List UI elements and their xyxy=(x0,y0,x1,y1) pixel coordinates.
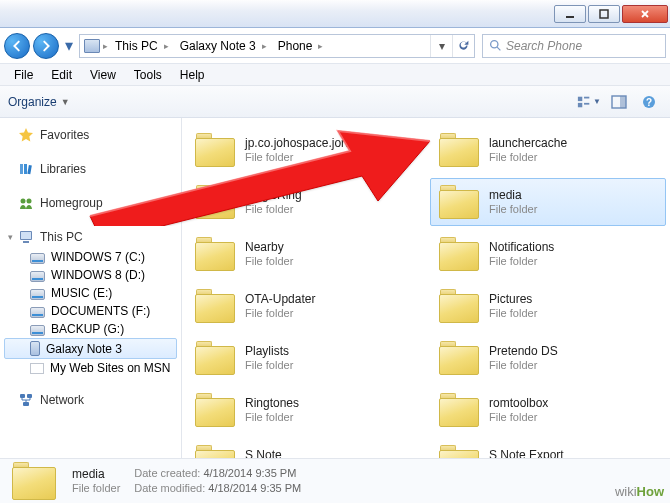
folder-icon xyxy=(437,183,481,221)
sidebar-drive-item[interactable]: My Web Sites on MSN xyxy=(4,359,177,377)
svg-rect-1 xyxy=(600,10,608,18)
menu-help[interactable]: Help xyxy=(172,66,213,84)
folder-tile[interactable]: NearbyFile folder xyxy=(186,230,422,278)
sidebar-drive-item[interactable]: MUSIC (E:) xyxy=(4,284,177,302)
expand-icon[interactable]: ▾ xyxy=(8,232,13,242)
sidebar-libraries[interactable]: Libraries xyxy=(4,158,177,180)
folder-icon xyxy=(193,131,237,169)
folder-tile[interactable]: MagicRingFile folder xyxy=(186,178,422,226)
navigation-bar: ▾ ▸ This PC▸ Galaxy Note 3▸ Phone▸ ▾ Sea… xyxy=(0,28,670,64)
folder-tile[interactable]: PicturesFile folder xyxy=(430,282,666,330)
breadcrumb-label: This PC xyxy=(115,39,158,53)
drive-label: Galaxy Note 3 xyxy=(46,342,122,356)
drive-icon xyxy=(30,271,45,282)
folder-tile[interactable]: RingtonesFile folder xyxy=(186,386,422,434)
svg-rect-3 xyxy=(578,96,582,100)
sidebar-drive-item[interactable]: Galaxy Note 3 xyxy=(4,338,177,359)
folder-tile[interactable]: PlaylistsFile folder xyxy=(186,334,422,382)
folder-tile[interactable]: launchercacheFile folder xyxy=(430,126,666,174)
sidebar-drive-item[interactable]: BACKUP (G:) xyxy=(4,320,177,338)
breadcrumb[interactable]: Phone▸ xyxy=(274,35,330,57)
drive-label: My Web Sites on MSN xyxy=(50,361,170,375)
folder-name: MagicRing xyxy=(245,188,302,203)
folder-tile[interactable]: S NoteFile folder xyxy=(186,438,422,458)
menu-file[interactable]: File xyxy=(6,66,41,84)
breadcrumb-label: Phone xyxy=(278,39,313,53)
close-button[interactable] xyxy=(622,5,668,23)
folder-name: Pretendo DS xyxy=(489,344,558,359)
search-icon xyxy=(489,39,502,52)
folder-tile[interactable]: romtoolboxFile folder xyxy=(430,386,666,434)
folder-tile[interactable]: OTA-UpdaterFile folder xyxy=(186,282,422,330)
sidebar-network[interactable]: Network xyxy=(4,389,177,411)
sidebar-drive-item[interactable]: WINDOWS 8 (D:) xyxy=(4,266,177,284)
view-options-button[interactable]: ▼ xyxy=(576,91,602,113)
maximize-button[interactable] xyxy=(588,5,620,23)
sidebar-drive-item[interactable]: WINDOWS 7 (C:) xyxy=(4,248,177,266)
folder-icon xyxy=(437,339,481,377)
svg-rect-11 xyxy=(20,164,23,174)
svg-rect-5 xyxy=(578,102,582,106)
chevron-right-icon: ▸ xyxy=(101,41,110,51)
folder-type: File folder xyxy=(489,411,548,425)
folder-type: File folder xyxy=(245,203,302,217)
svg-rect-17 xyxy=(21,232,31,239)
menu-view[interactable]: View xyxy=(82,66,124,84)
organize-button[interactable]: Organize ▼ xyxy=(8,95,70,109)
sidebar-label: Favorites xyxy=(40,128,89,142)
back-button[interactable] xyxy=(4,33,30,59)
folder-icon xyxy=(437,131,481,169)
address-dropdown[interactable]: ▾ xyxy=(430,35,452,57)
folder-tile[interactable]: mediaFile folder xyxy=(430,178,666,226)
homegroup-icon xyxy=(18,195,34,211)
drive-label: DOCUMENTS (F:) xyxy=(51,304,150,318)
refresh-button[interactable] xyxy=(452,35,474,57)
folder-contents: jp.co.johospace.jorteFile folderlauncher… xyxy=(182,118,670,458)
folder-tile[interactable]: NotificationsFile folder xyxy=(430,230,666,278)
search-placeholder: Search Phone xyxy=(506,39,582,53)
svg-rect-12 xyxy=(24,164,27,174)
folder-type: File folder xyxy=(489,151,567,165)
svg-text:?: ? xyxy=(646,97,652,108)
drive-label: WINDOWS 7 (C:) xyxy=(51,250,145,264)
breadcrumb[interactable]: This PC▸ xyxy=(111,35,175,57)
folder-icon xyxy=(193,287,237,325)
folder-type: File folder xyxy=(245,359,293,373)
details-type: File folder xyxy=(72,482,120,496)
help-button[interactable]: ? xyxy=(636,91,662,113)
details-modified-label: Date modified: xyxy=(134,482,205,494)
folder-tile[interactable]: S Note ExportFile folder xyxy=(430,438,666,458)
breadcrumb[interactable]: Galaxy Note 3▸ xyxy=(176,35,273,57)
folder-name: romtoolbox xyxy=(489,396,548,411)
forward-button[interactable] xyxy=(33,33,59,59)
sidebar-thispc[interactable]: ▾This PC xyxy=(4,226,177,248)
computer-icon xyxy=(18,229,34,245)
network-icon xyxy=(18,392,34,408)
drive-icon xyxy=(30,325,45,336)
folder-tile[interactable]: Pretendo DSFile folder xyxy=(430,334,666,382)
sidebar-favorites[interactable]: Favorites xyxy=(4,124,177,146)
svg-rect-20 xyxy=(27,394,32,398)
sidebar-drive-item[interactable]: DOCUMENTS (F:) xyxy=(4,302,177,320)
folder-name: jp.co.johospace.jorte xyxy=(245,136,355,151)
svg-rect-0 xyxy=(566,16,574,18)
folder-tile[interactable]: jp.co.johospace.jorteFile folder xyxy=(186,126,422,174)
search-input[interactable]: Search Phone xyxy=(482,34,666,58)
svg-rect-19 xyxy=(20,394,25,398)
minimize-button[interactable] xyxy=(554,5,586,23)
history-dropdown[interactable]: ▾ xyxy=(62,33,76,59)
folder-icon xyxy=(30,363,44,374)
details-created: 4/18/2014 9:35 PM xyxy=(203,467,296,479)
folder-name: Playlists xyxy=(245,344,293,359)
organize-label: Organize xyxy=(8,95,57,109)
folder-icon xyxy=(193,183,237,221)
folder-type: File folder xyxy=(489,255,554,269)
folder-name: Ringtones xyxy=(245,396,299,411)
address-bar[interactable]: ▸ This PC▸ Galaxy Note 3▸ Phone▸ ▾ xyxy=(79,34,475,58)
folder-icon xyxy=(10,460,58,502)
sidebar-homegroup[interactable]: Homegroup xyxy=(4,192,177,214)
folder-name: media xyxy=(489,188,537,203)
preview-pane-button[interactable] xyxy=(606,91,632,113)
menu-edit[interactable]: Edit xyxy=(43,66,80,84)
menu-tools[interactable]: Tools xyxy=(126,66,170,84)
